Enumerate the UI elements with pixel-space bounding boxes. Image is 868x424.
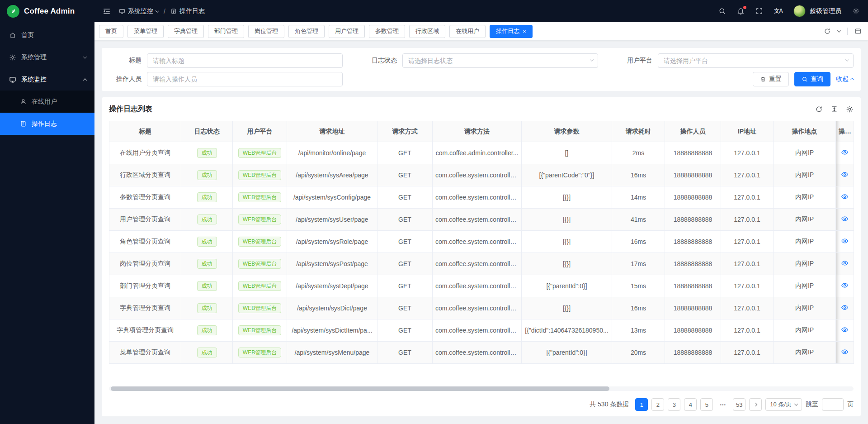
cell-ip: 127.0.0.1	[721, 275, 774, 297]
status-badge: 成功	[197, 325, 217, 335]
cell-status: 成功	[181, 275, 233, 297]
pagination-page-4[interactable]: 4	[684, 398, 697, 411]
chevron-up-icon	[83, 78, 87, 82]
bell-icon[interactable]	[737, 7, 745, 15]
cell-url: /api/system/sysDictItem/pa...	[287, 319, 377, 342]
cell-ip: 127.0.0.1	[721, 164, 774, 186]
tab-行政区域[interactable]: 行政区域	[409, 25, 445, 38]
sidebar-item-system-monitor[interactable]: 系统监控	[0, 68, 94, 91]
chevron-down-icon	[156, 9, 159, 12]
cell-action	[836, 231, 854, 253]
tab-在线用户[interactable]: 在线用户	[449, 25, 486, 38]
cell-url: /api/system/sysDict/page	[287, 297, 377, 319]
pagination-page-5[interactable]: 5	[700, 398, 713, 411]
refresh-icon[interactable]	[815, 105, 823, 113]
refresh-icon[interactable]	[824, 28, 831, 35]
pagination-page-2[interactable]: 2	[651, 398, 664, 411]
status-badge: 成功	[197, 192, 217, 202]
magnifier-icon	[802, 76, 808, 82]
title-label: 标题	[109, 57, 142, 65]
table-row: 部门管理分页查询成功WEB管理后台/api/system/sysDept/pag…	[109, 275, 854, 297]
chevron-down-icon	[794, 402, 798, 405]
scrollbar-thumb[interactable]	[111, 386, 609, 391]
coffee-leaf-icon	[7, 5, 19, 18]
column-header-func: 请求方法	[433, 121, 522, 142]
cell-platform: WEB管理后台	[233, 186, 287, 209]
menu-collapse-icon[interactable]	[103, 7, 111, 15]
tab-岗位管理[interactable]: 岗位管理	[248, 25, 284, 38]
cell-location: 内网IP	[774, 253, 836, 275]
filter-panel: 标题 日志状态 用户平台	[102, 48, 861, 91]
total-count: 共 530 条数据	[590, 400, 629, 409]
view-log-button[interactable]	[840, 148, 849, 158]
tab-字典管理[interactable]: 字典管理	[168, 25, 204, 38]
horizontal-scrollbar	[109, 386, 854, 391]
sidebar-item-home[interactable]: 首页	[0, 24, 94, 46]
tab-close-icon[interactable]: ×	[523, 29, 526, 34]
breadcrumb-system-monitor[interactable]: 系统监控	[119, 7, 159, 15]
operator-input[interactable]	[147, 72, 343, 86]
tab-参数管理[interactable]: 参数管理	[369, 25, 405, 38]
cell-platform: WEB管理后台	[233, 142, 287, 164]
cell-method: GET	[377, 342, 433, 364]
status-badge: 成功	[197, 237, 217, 247]
view-log-button[interactable]	[840, 258, 849, 269]
pagination-page-3[interactable]: 3	[668, 398, 680, 411]
sidebar-item-system-management[interactable]: 系统管理	[0, 46, 94, 68]
column-header-time: 请求耗时	[612, 121, 665, 142]
user-platform-select[interactable]	[658, 53, 854, 68]
platform-badge: WEB管理后台	[238, 192, 281, 202]
view-log-button[interactable]	[840, 303, 849, 314]
translate-icon[interactable]: 文A	[774, 7, 783, 15]
filter-actions: 重置 查询 收起	[753, 72, 854, 86]
search-icon[interactable]	[718, 7, 726, 15]
cell-operator: 18888888888	[665, 275, 721, 297]
content-layout-icon[interactable]	[854, 28, 862, 35]
view-log-button[interactable]	[840, 170, 849, 181]
fullscreen-icon[interactable]	[755, 7, 763, 15]
view-log-button[interactable]	[840, 325, 849, 336]
view-log-button[interactable]	[840, 214, 849, 225]
tab-用户管理[interactable]: 用户管理	[329, 25, 365, 38]
title-input[interactable]	[147, 53, 343, 68]
next-page-button[interactable]	[749, 398, 762, 411]
platform-badge: WEB管理后台	[238, 281, 281, 291]
top-bar: 系统监控 / 操作日志 文A	[94, 0, 868, 22]
tab-菜单管理[interactable]: 菜单管理	[127, 25, 164, 38]
settings-gear-icon[interactable]	[852, 7, 860, 15]
cell-url: /api/system/sysRole/page	[287, 231, 377, 253]
search-button[interactable]: 查询	[794, 72, 830, 86]
cell-status: 成功	[181, 231, 233, 253]
tab-bar: 首页菜单管理字典管理部门管理岗位管理角色管理用户管理参数管理行政区域在线用户操作…	[94, 22, 868, 40]
tab-部门管理[interactable]: 部门管理	[208, 25, 244, 38]
view-log-button[interactable]	[840, 236, 849, 247]
page-size-select[interactable]: 10 条/页	[765, 398, 802, 411]
settings-gear-icon[interactable]	[846, 105, 854, 113]
jump-page-input[interactable]	[822, 398, 844, 411]
view-log-button[interactable]	[840, 192, 849, 203]
cell-ip: 127.0.0.1	[721, 186, 774, 209]
tab-操作日志[interactable]: 操作日志×	[490, 25, 533, 38]
pagination-page-53[interactable]: 53	[733, 398, 745, 411]
chevron-right-icon	[754, 403, 757, 406]
view-log-button[interactable]	[840, 347, 849, 358]
chevron-down-icon[interactable]	[837, 29, 841, 32]
table-row: 行政区域分页查询成功WEB管理后台/api/system/sysArea/pag…	[109, 164, 854, 186]
density-icon[interactable]	[830, 105, 838, 113]
cell-url: /api/system/sysUser/page	[287, 209, 377, 231]
tab-label: 用户管理	[335, 27, 359, 35]
sidebar-item-online-users[interactable]: 在线用户	[0, 91, 94, 113]
tab-label: 操作日志	[496, 27, 519, 35]
reset-button[interactable]: 重置	[753, 72, 789, 86]
collapse-filter-link[interactable]: 收起	[836, 75, 854, 83]
cell-status: 成功	[181, 297, 233, 319]
sidebar-item-operation-log[interactable]: 操作日志	[0, 113, 94, 135]
view-log-button[interactable]	[840, 281, 849, 291]
pagination-page-1[interactable]: 1	[635, 398, 648, 411]
tab-首页[interactable]: 首页	[99, 25, 123, 38]
cell-func: com.coffee.system.controlle...	[433, 186, 522, 209]
tab-角色管理[interactable]: 角色管理	[288, 25, 325, 38]
user-menu[interactable]: 超级管理员	[793, 5, 841, 17]
cell-status: 成功	[181, 319, 233, 342]
log-status-select[interactable]	[402, 53, 598, 68]
